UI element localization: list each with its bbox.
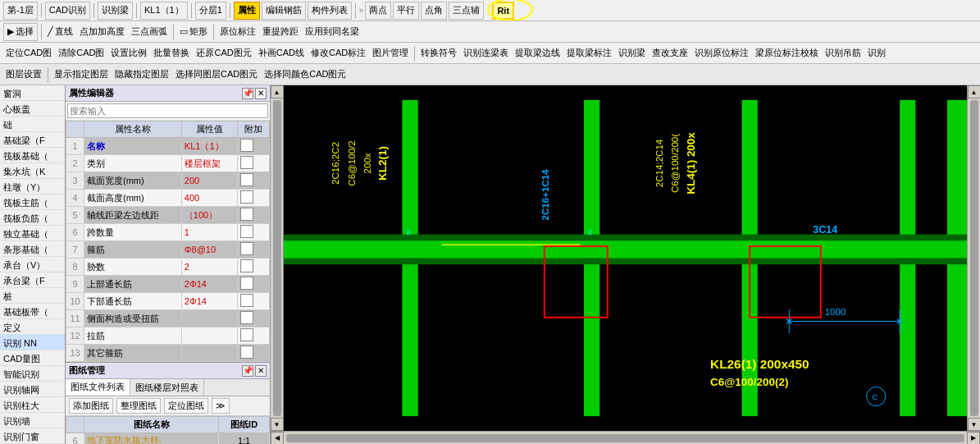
prop-add-cell[interactable] (238, 172, 270, 190)
props-table-row[interactable]: 7箍筋Φ8@10 (66, 241, 270, 259)
rit-btn[interactable]: Rit (492, 2, 514, 20)
props-table-row[interactable]: 13其它箍筋 (66, 345, 270, 362)
prop-val-cell[interactable] (181, 327, 237, 345)
nav-item-duli[interactable]: 独立基础（ (0, 226, 65, 241)
prop-checkbox[interactable] (240, 311, 253, 324)
prop-checkbox[interactable] (240, 173, 253, 186)
props-pin-btn[interactable]: 📌 (242, 88, 253, 99)
scroll-left-btn[interactable]: ◀ (271, 432, 284, 445)
scroll-down-right-btn[interactable]: ▼ (968, 418, 981, 431)
nav-item-shibie-menchuang[interactable]: 识别门窗 (0, 428, 65, 444)
select-same-color-btn[interactable]: 选择同颜色CAD图元 (262, 66, 349, 84)
extract-beam-mark-btn[interactable]: 提取梁标注 (564, 44, 614, 62)
prop-val-cell[interactable]: 200 (181, 172, 237, 190)
prop-add-cell[interactable] (238, 259, 270, 276)
prop-checkbox[interactable] (240, 242, 253, 255)
props-table-row[interactable]: 8胁数2 (66, 259, 270, 276)
nav-item-faban-neg[interactable]: 筏板负筋（ (0, 210, 65, 226)
nav-item-dingyi[interactable]: 定义 (0, 319, 65, 335)
nav-item-tiaoxing[interactable]: 条形基础（ (0, 241, 65, 257)
prop-add-cell[interactable] (238, 241, 270, 259)
drawing-table-row[interactable]: 6地下室防水板大样.1:1 (66, 433, 270, 445)
prop-val-cell[interactable]: （100） (181, 207, 237, 224)
pic-mgmt-btn[interactable]: 图片管理 (370, 44, 411, 62)
id-label2-btn[interactable]: 识别 (865, 44, 888, 62)
scroll-thumb-right[interactable] (970, 100, 978, 416)
props-table-row[interactable]: 12拉筋 (66, 327, 270, 345)
check-support-btn[interactable]: 查改支座 (650, 44, 691, 62)
prop-val-cell[interactable]: KL1（1） (181, 138, 237, 155)
prop-add-cell[interactable] (238, 345, 270, 362)
apply-same-beam-btn[interactable]: 应用到同名梁 (303, 23, 362, 41)
locate-drawing-btn[interactable]: 定位图纸 (164, 398, 208, 414)
id-connect-table-btn[interactable]: 识别连梁表 (461, 44, 511, 62)
prop-val-cell[interactable] (181, 310, 237, 327)
extract-beam-edge-btn[interactable]: 提取梁边线 (513, 44, 563, 62)
scroll-thumb-v[interactable] (273, 100, 281, 416)
arrange-drawing-btn[interactable]: 整理图纸 (116, 398, 161, 414)
prop-checkbox[interactable] (240, 225, 253, 238)
nav-item-chu[interactable]: 础 (0, 117, 65, 132)
nav-item-shibie[interactable]: 识别 NN (0, 335, 65, 350)
props-table-row[interactable]: 5轴线距梁左边线距（100） (66, 207, 270, 224)
prop-checkbox[interactable] (240, 346, 253, 359)
prop-val-cell[interactable]: 楼层框架 (181, 155, 237, 172)
convert-symbol-btn[interactable]: 转换符号 (418, 44, 459, 62)
props-table-row[interactable]: 9上部通长筋2Φ14 (66, 276, 270, 293)
props-table-row[interactable]: 10下部通长筋2Φ14 (66, 293, 270, 310)
nav-item-jshuikeng[interactable]: 集水坑（K (0, 163, 65, 179)
prop-val-cell[interactable]: 1 (181, 224, 237, 241)
prop-add-cell[interactable] (238, 155, 270, 172)
id-layer-btn[interactable]: 识别梁 (98, 2, 133, 20)
fen-btn[interactable]: 分层1 (195, 2, 226, 20)
hide-designated-btn[interactable]: 隐藏指定图层 (112, 66, 171, 84)
drawings-pin-btn[interactable]: 📌 (242, 365, 253, 377)
rect-btn[interactable]: ▭ 矩形 (177, 23, 210, 41)
nav-item-chuangdong[interactable]: 窗洞 (0, 85, 65, 101)
prop-add-cell[interactable] (238, 190, 270, 207)
add-elevation-btn[interactable]: 点加加高度 (77, 23, 127, 41)
prop-add-cell[interactable] (238, 310, 270, 327)
nav-item-xinbangai[interactable]: 心板盖 (0, 101, 65, 117)
select-btn[interactable]: ▶ 选择 (3, 23, 38, 41)
props-table-row[interactable]: 4截面高度(mm)400 (66, 190, 270, 207)
origin-dim-btn[interactable]: 原位标注 (217, 23, 258, 41)
props-table-row[interactable]: 6跨数量1 (66, 224, 270, 241)
props-table-row[interactable]: 3截面宽度(mm)200 (66, 172, 270, 190)
show-designated-btn[interactable]: 显示指定图层 (52, 66, 111, 84)
prop-val-cell[interactable] (181, 345, 237, 362)
scroll-down-btn[interactable]: ▼ (271, 418, 284, 431)
drawings-close-btn[interactable]: ✕ (255, 365, 267, 377)
nav-item-faban[interactable]: 筏板基础（ (0, 148, 65, 163)
nav-item-jichuban[interactable]: 基础板带（ (0, 304, 65, 319)
nav-item-shibie-zhuda[interactable]: 识别柱大 (0, 397, 65, 413)
tab-file-list[interactable]: 图纸文件列表 (66, 379, 130, 396)
prop-val-cell[interactable]: 2Φ14 (181, 293, 237, 310)
props-close-btn[interactable]: ✕ (255, 88, 267, 99)
prop-checkbox[interactable] (240, 259, 253, 272)
nav-item-jichuliang[interactable]: 基础梁（F (0, 132, 65, 148)
cad-canvas[interactable]: KL2(1) 200x C6@100/2 2C16;2C2 2C16+1C14 … (284, 85, 967, 431)
nav-item-cad-liangtu[interactable]: CAD量图 (0, 350, 65, 366)
two-point-btn[interactable]: 两点 (365, 2, 391, 20)
prop-checkbox[interactable] (240, 156, 253, 169)
expand-btn[interactable]: ≫ (212, 398, 230, 414)
props-table-row[interactable]: 2类别楼层框架 (66, 155, 270, 172)
prop-checkbox[interactable] (240, 328, 253, 341)
bottom-scrollbar[interactable]: ◀ ▶ (271, 431, 980, 444)
cad-id-btn[interactable]: CAD识别 (45, 2, 90, 20)
set-scale-btn[interactable]: 设置比例 (108, 44, 149, 62)
props-table-row[interactable]: 1名称KL1（1） (66, 138, 270, 155)
select-same-layer-btn[interactable]: 选择同图层CAD图元 (173, 66, 260, 84)
tab-floor-map[interactable]: 图纸楼层对照表 (130, 379, 204, 396)
props-search-input[interactable] (67, 103, 268, 118)
scroll-up-btn[interactable]: ▲ (271, 85, 284, 98)
struct-list-btn[interactable]: 构件列表 (308, 2, 352, 20)
prop-checkbox[interactable] (240, 190, 253, 204)
drawing-name-cell[interactable]: 地下室防水板大样. (84, 433, 219, 445)
right-scrollbar[interactable]: ▲ ▼ (967, 85, 980, 431)
nav-item-chengtai[interactable]: 承台（V） (0, 257, 65, 272)
prop-checkbox[interactable] (240, 294, 253, 307)
scroll-up-right-btn[interactable]: ▲ (968, 85, 981, 98)
prop-val-cell[interactable]: Φ8@10 (181, 241, 237, 259)
